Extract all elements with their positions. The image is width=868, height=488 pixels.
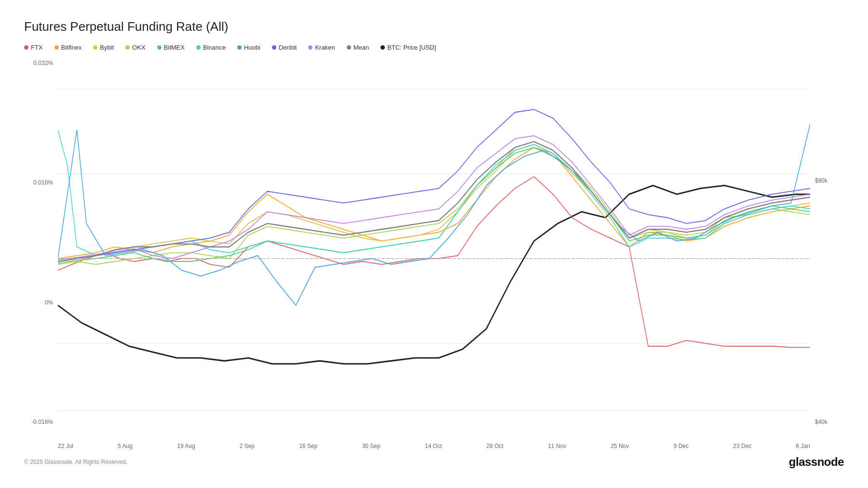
x-axis-label: 22 Jul: [58, 443, 73, 449]
y-axis-label: 0%: [45, 299, 53, 306]
copyright: © 2025 Glassnode. All Rights Reserved.: [24, 459, 127, 465]
legend-label: FTX: [31, 44, 43, 51]
legend-label: Bitfinex: [61, 44, 82, 51]
legend-dot: [347, 45, 351, 50]
page-title: Futures Perpetual Funding Rate (All): [24, 19, 844, 34]
y-axis-right-label: $80k: [815, 177, 827, 184]
chart-area: 0.032%0.016%0%-0.016%: [24, 60, 844, 440]
legend-label: BitMEX: [164, 44, 185, 51]
x-axis-label: 19 Aug: [177, 443, 195, 449]
footer: © 2025 Glassnode. All Rights Reserved. g…: [24, 455, 844, 469]
x-axis-label: 5 Aug: [118, 443, 133, 449]
legend-label: Binance: [203, 44, 226, 51]
legend-item-bitfinex: Bitfinex: [54, 44, 82, 51]
x-axis-label: 2 Sep: [240, 443, 255, 449]
y-axis-left: 0.032%0.016%0%-0.016%: [24, 60, 58, 440]
legend-item-binance: Binance: [196, 44, 226, 51]
y-axis-label: -0.016%: [31, 419, 53, 425]
legend-dot: [157, 45, 162, 50]
x-axis-label: 25 Nov: [610, 443, 629, 449]
legend-dot: [272, 45, 276, 50]
legend-item-bitmex: BitMEX: [157, 44, 185, 51]
legend-label: OKX: [132, 44, 145, 51]
legend-item-huobi: Huobi: [237, 44, 260, 51]
x-axis-label: 9 Dec: [674, 443, 689, 449]
x-axis-label: 11 Nov: [548, 443, 566, 449]
x-axis-label: 16 Sep: [299, 443, 317, 449]
y-axis-right-label: $40k: [815, 419, 827, 425]
legend-item-deribit: Deribit: [272, 44, 297, 51]
legend-item-btc--price--usd-: BTC: Price [USD]: [380, 44, 436, 51]
legend-dot: [308, 45, 312, 50]
legend-label: Bybit: [100, 44, 114, 51]
legend-label: BTC: Price [USD]: [387, 44, 436, 51]
legend-dot: [24, 45, 28, 50]
y-axis-right: $80k$40k: [810, 60, 844, 440]
legend-dot: [125, 45, 130, 50]
legend-item-ftx: FTX: [24, 44, 43, 51]
legend-label: Kraken: [315, 44, 335, 51]
legend-item-okx: OKX: [125, 44, 145, 51]
glassnode-brand: glassnode: [789, 455, 844, 469]
legend-dot: [237, 45, 242, 50]
legend-label: Mean: [353, 44, 369, 51]
x-axis: 22 Jul5 Aug19 Aug2 Sep16 Sep30 Sep14 Oct…: [58, 440, 810, 449]
legend-item-kraken: Kraken: [308, 44, 335, 51]
legend-dot: [93, 45, 97, 50]
legend-dot: [54, 45, 59, 50]
legend-label: Deribit: [279, 44, 297, 51]
x-axis-label: 30 Sep: [362, 443, 380, 449]
legend-item-bybit: Bybit: [93, 44, 114, 51]
chart-legend: FTXBitfinexBybitOKXBitMEXBinanceHuobiDer…: [24, 44, 844, 51]
x-axis-label: 14 Oct: [425, 443, 442, 449]
legend-item-mean: Mean: [347, 44, 369, 51]
x-axis-label: 6 Jan: [796, 443, 810, 449]
legend-dot: [196, 45, 201, 50]
x-axis-label: 28 Oct: [487, 443, 503, 449]
x-axis-label: 23 Dec: [733, 443, 751, 449]
legend-label: Huobi: [244, 44, 260, 51]
legend-dot: [380, 45, 385, 50]
y-axis-label: 0.032%: [33, 60, 53, 66]
y-axis-label: 0.016%: [33, 179, 53, 186]
chart-inner: [58, 60, 810, 440]
